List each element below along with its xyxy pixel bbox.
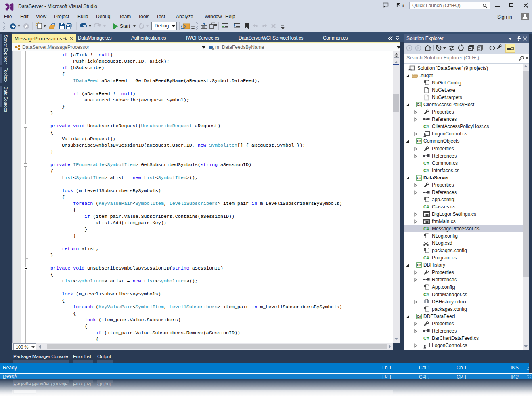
svg-text:C#: C# [423,226,429,231]
svg-text:C#: C# [423,336,429,341]
svg-text:C#: C# [423,168,429,173]
svg-text:C#: C# [423,255,429,260]
svg-text:C#: C# [417,263,421,267]
svg-text:C#: C# [417,139,421,143]
svg-text:C#: C# [423,204,429,209]
svg-text:C#: C# [417,103,421,107]
svg-text:C#: C# [423,124,429,129]
svg-text:C#: C# [417,314,421,318]
svg-text:C#: C# [417,176,421,180]
svg-text:C#: C# [423,292,429,297]
svg-text:C#: C# [423,161,429,166]
